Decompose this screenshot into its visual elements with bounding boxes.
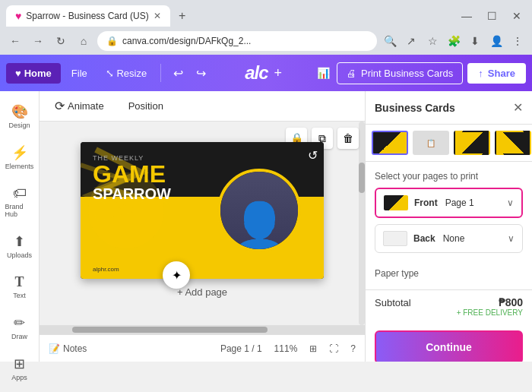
sidebar-item-uploads[interactable]: ⬆ Uploads xyxy=(2,227,37,265)
panel-title: Business Cards xyxy=(375,102,455,114)
floating-action-button[interactable]: ✦ xyxy=(163,261,190,289)
card-url: alphr.com xyxy=(93,266,119,273)
back-page-selector[interactable]: Back None ∨ xyxy=(375,224,523,253)
sidebar-label-elements: Elements xyxy=(5,163,34,170)
download-icon[interactable]: ⬇ xyxy=(467,33,483,49)
front-page-selector[interactable]: Front Page 1 ∨ xyxy=(375,188,523,218)
chart-button[interactable]: 📊 xyxy=(315,65,332,81)
sidebar-item-brand-hub[interactable]: 🏷 Brand Hub xyxy=(2,179,37,224)
share-icon[interactable]: ↗ xyxy=(403,33,420,49)
vertical-scrollbar[interactable] xyxy=(359,122,365,325)
resize-button[interactable]: ⤡ Resize xyxy=(98,63,154,84)
grid-view-button[interactable]: ⊞ xyxy=(309,343,317,354)
draw-icon: ✏ xyxy=(14,315,25,331)
notes-button[interactable]: 📝 Notes xyxy=(49,343,87,354)
business-card: THE WEEKLY GAME SPARROW alphr.com 👤 ↺ xyxy=(81,142,324,279)
address-text: canva.com/design/DAFkQg_2... xyxy=(122,36,251,46)
sidebar-label-text: Text xyxy=(13,292,26,299)
free-delivery-text: + FREE DELIVERY xyxy=(375,308,523,317)
animate-button[interactable]: ⟳ Animate xyxy=(49,96,110,116)
continue-button[interactable]: Continue xyxy=(375,330,523,362)
thumbnail-4[interactable] xyxy=(495,131,531,155)
share-label: Share xyxy=(488,68,515,79)
thumbnail-strip: 📋 › xyxy=(366,125,532,162)
undo-button[interactable]: ↩ xyxy=(167,62,188,84)
card-game-text: GAME xyxy=(93,162,171,186)
animate-label: Animate xyxy=(68,100,104,112)
address-input[interactable]: 🔒 canva.com/design/DAFkQg_2... xyxy=(97,31,377,51)
menu-icon[interactable]: ⋮ xyxy=(509,33,526,49)
active-tab[interactable]: ♥ Sparrow - Business Card (US) ✕ xyxy=(6,5,170,27)
back-chevron-icon: ∨ xyxy=(508,233,515,244)
select-pages-section: Select your pages to print Front Page 1 … xyxy=(366,162,532,268)
subtotal-row: Subtotal ₱800 xyxy=(375,296,523,308)
logo-area: alc + xyxy=(214,62,312,84)
share-arrow-icon: ↑ xyxy=(478,68,483,79)
vertical-scrollbar-thumb xyxy=(359,163,365,193)
trash-button[interactable]: 🗑 xyxy=(337,128,359,149)
add-page-button[interactable]: + Add page xyxy=(81,279,324,305)
card-person: 👤 xyxy=(220,172,298,249)
text-icon: T xyxy=(14,274,24,290)
front-page-label: Front Page 1 xyxy=(414,198,501,208)
select-pages-label: Select your pages to print xyxy=(375,171,523,182)
position-button[interactable]: Position xyxy=(122,97,169,115)
new-tab-button[interactable]: + xyxy=(173,7,192,25)
share-button[interactable]: ↑ Share xyxy=(467,63,526,84)
print-label: Print Business Cards xyxy=(361,68,453,79)
sidebar-item-text[interactable]: T Text xyxy=(2,268,37,305)
front-page-thumb xyxy=(384,195,408,210)
main-layout: 🎨 Design ⚡ Elements 🏷 Brand Hub ⬆ Upload… xyxy=(0,91,532,362)
sidebar-item-design[interactable]: 🎨 Design xyxy=(2,97,37,135)
card-refresh-button[interactable]: ↺ xyxy=(308,148,318,163)
logo-text: alc xyxy=(245,62,268,84)
fullscreen-button[interactable]: ⛶ xyxy=(329,343,338,354)
bookmark-icon[interactable]: ☆ xyxy=(424,33,441,49)
right-panel: Business Cards ✕ 📋 › Select your pages t… xyxy=(365,91,532,362)
tab-title: Sparrow - Business Card (US) xyxy=(26,11,148,21)
design-icon: 🎨 xyxy=(11,103,28,120)
subtotal-section: Subtotal ₱800 + FREE DELIVERY xyxy=(366,289,532,323)
person-silhouette: 👤 xyxy=(231,204,288,249)
address-bar: ← → ↻ ⌂ 🔒 canva.com/design/DAFkQg_2... 🔍… xyxy=(0,27,532,55)
sidebar-label-brand-hub: Brand Hub xyxy=(5,203,34,218)
file-button[interactable]: File xyxy=(64,63,95,84)
logo-plus-button[interactable]: + xyxy=(274,65,283,81)
sidebar-item-elements[interactable]: ⚡ Elements xyxy=(2,138,37,176)
heart-icon: ♥ xyxy=(15,68,21,79)
sidebar-item-apps[interactable]: ⊞ Apps xyxy=(2,349,37,387)
panel-close-button[interactable]: ✕ xyxy=(513,100,523,115)
thumbnail-2[interactable]: 📋 xyxy=(413,131,449,155)
thumbnail-1[interactable] xyxy=(372,131,408,155)
back-button[interactable]: ← xyxy=(6,32,24,50)
print-button[interactable]: 🖨 Print Business Cards xyxy=(337,62,463,84)
search-icon[interactable]: 🔍 xyxy=(382,33,398,49)
canvas-area: 🔒 ⧉ 🗑 THE WEEKLY xyxy=(40,122,365,325)
extensions-icon[interactable]: 🧩 xyxy=(445,33,462,49)
horizontal-scrollbar[interactable] xyxy=(40,325,365,334)
sidebar-item-draw[interactable]: ✏ Draw xyxy=(2,308,37,346)
redo-button[interactable]: ↪ xyxy=(190,62,211,84)
profile-icon[interactable]: 👤 xyxy=(488,33,505,49)
sparkle-icon: ✦ xyxy=(172,268,182,283)
maximize-button[interactable]: ☐ xyxy=(483,8,502,24)
tab-close-icon[interactable]: ✕ xyxy=(154,11,161,21)
sub-toolbar: ⟳ Animate Position xyxy=(40,91,365,122)
help-button[interactable]: ? xyxy=(350,343,356,354)
thumbnail-3[interactable] xyxy=(454,131,490,155)
page-info: Page 1 / 1 xyxy=(220,343,262,354)
paper-type-section: Paper type xyxy=(366,268,532,289)
bottom-bar: 📝 Notes Page 1 / 1 111% ⊞ ⛶ ? xyxy=(40,334,365,362)
minimize-button[interactable]: — xyxy=(457,8,477,24)
close-window-button[interactable]: ✕ xyxy=(508,8,526,24)
sidebar: 🎨 Design ⚡ Elements 🏷 Brand Hub ⬆ Upload… xyxy=(0,91,40,362)
forward-button[interactable]: → xyxy=(29,32,47,50)
subtotal-label: Subtotal xyxy=(375,297,411,308)
sidebar-label-uploads: Uploads xyxy=(7,251,32,259)
home-button[interactable]: ♥ Home xyxy=(6,63,61,84)
refresh-button[interactable]: ↻ xyxy=(52,32,70,50)
card-person-circle: 👤 xyxy=(217,169,301,252)
home-nav-button[interactable]: ⌂ xyxy=(74,32,93,50)
paper-type-label: Paper type xyxy=(375,268,523,279)
resize-icon: ⤡ xyxy=(106,68,114,79)
